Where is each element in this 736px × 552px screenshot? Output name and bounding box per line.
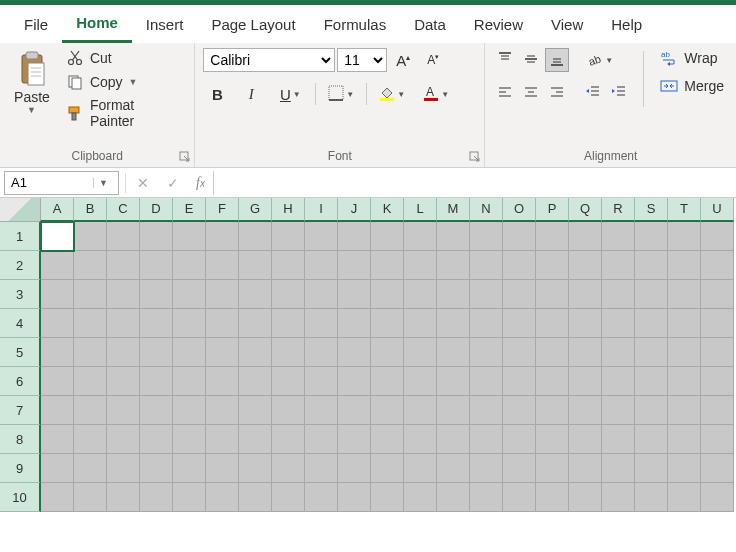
cell[interactable] <box>569 367 602 396</box>
tab-help[interactable]: Help <box>597 5 656 43</box>
cell[interactable] <box>107 309 140 338</box>
cancel-formula-button[interactable]: ✕ <box>128 175 158 191</box>
cell[interactable] <box>41 251 74 280</box>
cell[interactable] <box>701 280 734 309</box>
cell[interactable] <box>371 396 404 425</box>
cell[interactable] <box>338 309 371 338</box>
tab-formulas[interactable]: Formulas <box>310 5 401 43</box>
cell[interactable] <box>404 309 437 338</box>
cell[interactable] <box>371 280 404 309</box>
cell[interactable] <box>635 483 668 512</box>
cell[interactable] <box>206 222 239 251</box>
cell[interactable] <box>371 309 404 338</box>
cell[interactable] <box>635 251 668 280</box>
cell[interactable] <box>173 367 206 396</box>
cell[interactable] <box>470 309 503 338</box>
row-header[interactable]: 2 <box>0 251 41 280</box>
cell[interactable] <box>107 367 140 396</box>
cell[interactable] <box>305 425 338 454</box>
cell[interactable] <box>107 396 140 425</box>
cell[interactable] <box>173 251 206 280</box>
cell[interactable] <box>305 396 338 425</box>
cell[interactable] <box>107 454 140 483</box>
align-center-button[interactable] <box>519 81 543 105</box>
column-header[interactable]: S <box>635 198 668 222</box>
font-color-button[interactable]: A ▼ <box>417 81 455 107</box>
cell[interactable] <box>41 396 74 425</box>
cell[interactable] <box>470 454 503 483</box>
cell[interactable] <box>569 454 602 483</box>
cell[interactable] <box>239 338 272 367</box>
cell[interactable] <box>668 367 701 396</box>
cell[interactable] <box>635 454 668 483</box>
cell[interactable] <box>74 367 107 396</box>
cell[interactable] <box>437 222 470 251</box>
orientation-button[interactable]: ab▼ <box>581 47 619 73</box>
cell[interactable] <box>503 222 536 251</box>
cell[interactable] <box>74 309 107 338</box>
cell[interactable] <box>668 251 701 280</box>
column-header[interactable]: L <box>404 198 437 222</box>
cell[interactable] <box>173 222 206 251</box>
cell[interactable] <box>206 338 239 367</box>
column-header[interactable]: E <box>173 198 206 222</box>
merge-button[interactable]: Merge <box>656 75 728 97</box>
cell[interactable] <box>239 309 272 338</box>
font-size-select[interactable]: 11 <box>337 48 387 72</box>
cell[interactable] <box>140 280 173 309</box>
cell[interactable] <box>503 338 536 367</box>
cell[interactable] <box>140 222 173 251</box>
cell[interactable] <box>239 251 272 280</box>
font-name-select[interactable]: Calibri <box>203 48 335 72</box>
cell[interactable] <box>602 309 635 338</box>
cell[interactable] <box>668 454 701 483</box>
cell[interactable] <box>338 367 371 396</box>
cell[interactable] <box>41 338 74 367</box>
row-header[interactable]: 7 <box>0 396 41 425</box>
cell[interactable] <box>404 338 437 367</box>
paste-button[interactable]: Paste ▼ <box>8 47 56 115</box>
cell[interactable] <box>668 338 701 367</box>
cell[interactable] <box>305 454 338 483</box>
cell[interactable] <box>437 367 470 396</box>
cell[interactable] <box>272 396 305 425</box>
cell[interactable] <box>668 396 701 425</box>
cell[interactable] <box>503 309 536 338</box>
cell[interactable] <box>173 483 206 512</box>
cell[interactable] <box>239 483 272 512</box>
tab-data[interactable]: Data <box>400 5 460 43</box>
cell[interactable] <box>173 425 206 454</box>
cell[interactable] <box>569 309 602 338</box>
cell[interactable] <box>239 454 272 483</box>
cell[interactable] <box>107 222 140 251</box>
cell[interactable] <box>536 251 569 280</box>
cell[interactable] <box>503 425 536 454</box>
cell[interactable] <box>668 425 701 454</box>
row-header[interactable]: 9 <box>0 454 41 483</box>
cell[interactable] <box>338 425 371 454</box>
cell[interactable] <box>470 280 503 309</box>
cell[interactable] <box>338 483 371 512</box>
cell[interactable] <box>305 338 338 367</box>
cell[interactable] <box>272 367 305 396</box>
cell[interactable] <box>206 425 239 454</box>
cell[interactable] <box>503 396 536 425</box>
cell[interactable] <box>371 222 404 251</box>
cell[interactable] <box>371 338 404 367</box>
row-header[interactable]: 3 <box>0 280 41 309</box>
cell[interactable] <box>536 309 569 338</box>
cell[interactable] <box>503 483 536 512</box>
cell[interactable] <box>74 454 107 483</box>
cell[interactable] <box>107 338 140 367</box>
cell[interactable] <box>338 222 371 251</box>
name-box-input[interactable] <box>5 175 93 190</box>
cell[interactable] <box>338 280 371 309</box>
cell[interactable] <box>74 222 107 251</box>
cell[interactable] <box>569 425 602 454</box>
fx-icon[interactable]: fx <box>188 175 213 191</box>
align-left-button[interactable] <box>493 81 517 105</box>
cell[interactable] <box>272 425 305 454</box>
cell[interactable] <box>635 280 668 309</box>
cell[interactable] <box>206 309 239 338</box>
cell[interactable] <box>470 367 503 396</box>
